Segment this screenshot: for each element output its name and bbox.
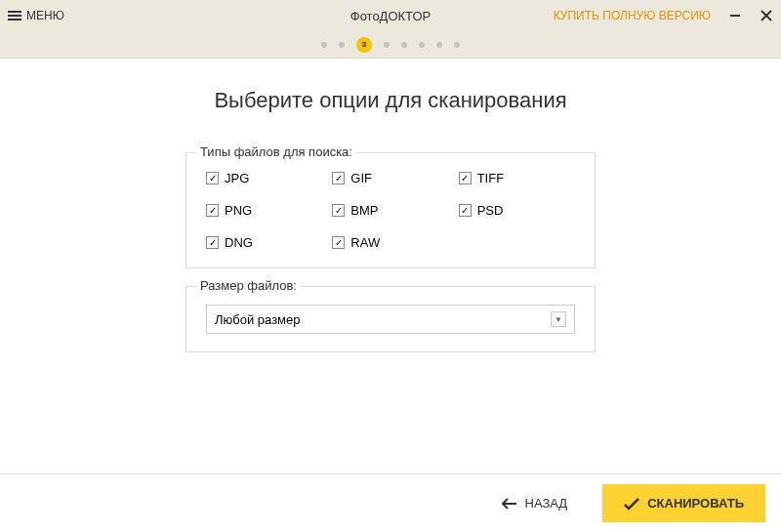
hamburger-icon	[8, 11, 21, 20]
footer-bar: НАЗАД СКАНИРОВАТЬ	[0, 473, 781, 532]
main-panel: Выберите опции для сканирования Типы фай…	[0, 59, 781, 473]
filesize-selected-value: Любой размер	[215, 312, 301, 327]
scan-label: СКАНИРОВАТЬ	[647, 496, 744, 511]
filetype-label: TIFF	[477, 171, 504, 185]
close-icon	[760, 10, 772, 21]
filetype-checkbox-png[interactable]: ✓PNG	[206, 203, 322, 218]
check-icon	[624, 497, 639, 511]
checkmark-icon: ✓	[332, 236, 345, 249]
step-dot-4[interactable]	[384, 42, 390, 48]
checkmark-icon: ✓	[459, 204, 472, 217]
arrow-left-icon	[502, 498, 517, 510]
filetype-checkbox-gif[interactable]: ✓GIF	[332, 171, 448, 185]
title-bar: МЕНЮ ФотоДОКТОР КУПИТЬ ПОЛНУЮ ВЕРСИЮ	[0, 0, 781, 31]
close-button[interactable]	[760, 9, 773, 22]
checkmark-icon: ✓	[332, 172, 345, 184]
filetype-label: JPG	[225, 171, 249, 185]
back-label: НАЗАД	[525, 496, 568, 511]
filetype-checkbox-tiff[interactable]: ✓TIFF	[459, 171, 575, 185]
filetype-label: PNG	[225, 203, 252, 218]
svg-rect-0	[730, 15, 740, 17]
filetype-label: BMP	[350, 203, 378, 218]
app-title: ФотоДОКТОР	[350, 9, 432, 23]
back-button[interactable]: НАЗАД	[488, 486, 582, 520]
filesize-select[interactable]: Любой размер ▼	[206, 305, 575, 334]
filetype-checkbox-psd[interactable]: ✓PSD	[459, 203, 575, 218]
step-dot-2[interactable]	[339, 42, 345, 48]
chevron-down-icon: ▼	[551, 311, 566, 327]
filetypes-fieldset: Типы файлов для поиска: ✓JPG✓GIF✓TIFF✓PN…	[185, 152, 596, 268]
step-dot-5[interactable]	[401, 42, 407, 48]
scan-button[interactable]: СКАНИРОВАТЬ	[602, 484, 765, 522]
menu-button[interactable]: МЕНЮ	[8, 9, 64, 22]
filetype-checkbox-dng[interactable]: ✓DNG	[206, 235, 322, 250]
filesize-fieldset: Размер файлов: Любой размер ▼	[185, 286, 596, 352]
filetype-label: GIF	[350, 171, 372, 185]
step-dot-8[interactable]	[454, 42, 460, 48]
filetypes-grid: ✓JPG✓GIF✓TIFF✓PNG✓BMP✓PSD✓DNG✓RAW	[206, 171, 575, 250]
filetype-label: DNG	[225, 235, 253, 250]
filetype-checkbox-bmp[interactable]: ✓BMP	[332, 203, 448, 218]
checkmark-icon: ✓	[206, 172, 219, 184]
step-dot-7[interactable]	[436, 42, 442, 48]
checkmark-icon: ✓	[332, 204, 345, 217]
minimize-button[interactable]	[728, 9, 742, 22]
buy-full-version-link[interactable]: КУПИТЬ ПОЛНУЮ ВЕРСИЮ	[554, 9, 711, 22]
filetype-checkbox-raw[interactable]: ✓RAW	[332, 235, 448, 250]
step-dot-1[interactable]	[321, 42, 327, 48]
minimize-icon	[729, 10, 741, 21]
step-dot-3[interactable]: 3	[356, 37, 372, 53]
checkmark-icon: ✓	[206, 204, 219, 217]
filesize-legend: Размер файлов:	[196, 278, 301, 293]
checkmark-icon: ✓	[206, 236, 219, 249]
filetype-checkbox-jpg[interactable]: ✓JPG	[206, 171, 322, 185]
wizard-stepper: 3	[0, 31, 781, 59]
filetype-label: PSD	[477, 203, 504, 218]
filetype-label: RAW	[350, 235, 380, 250]
checkmark-icon: ✓	[459, 172, 472, 184]
menu-label: МЕНЮ	[26, 9, 64, 22]
page-heading: Выберите опции для сканирования	[0, 88, 781, 113]
filetypes-legend: Типы файлов для поиска:	[196, 144, 356, 159]
step-dot-6[interactable]	[419, 42, 425, 48]
